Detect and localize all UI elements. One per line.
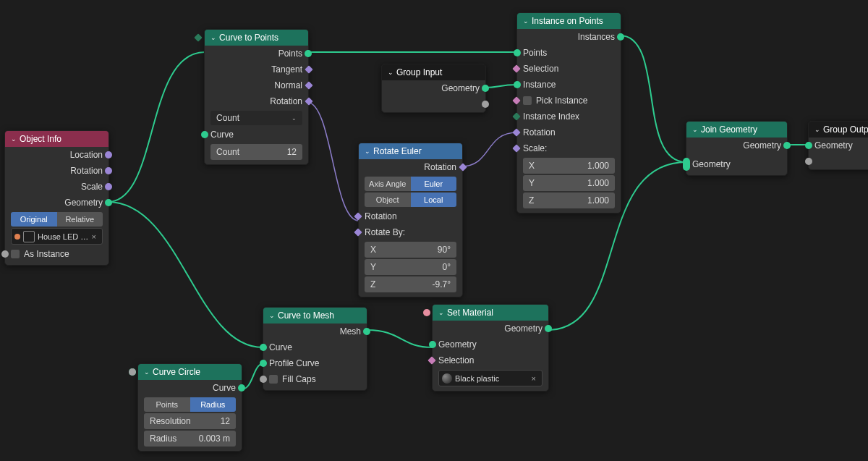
output-geometry[interactable]: Geometry bbox=[5, 195, 109, 211]
node-header[interactable]: ⌄Rotate Euler bbox=[359, 143, 462, 159]
output-rotation[interactable]: Rotation bbox=[205, 93, 308, 109]
chevron-down-icon: ⌄ bbox=[144, 368, 150, 376]
node-object-info[interactable]: ⌄Object Info Location Rotation Scale Geo… bbox=[4, 130, 109, 266]
output-geometry[interactable]: Geometry bbox=[382, 80, 485, 96]
node-header[interactable]: ⌄Join Geometry bbox=[686, 122, 787, 138]
node-group-output[interactable]: ⌄Group Outp Geometry bbox=[808, 121, 868, 170]
axis-angle-button[interactable]: Axis Angle bbox=[365, 177, 411, 191]
object-icon bbox=[23, 231, 35, 242]
object-space-button[interactable]: Object bbox=[365, 193, 411, 207]
node-title: Curve to Mesh bbox=[278, 310, 334, 321]
space-toggle[interactable]: Object Local bbox=[365, 193, 456, 207]
fill-caps-row[interactable]: Fill Caps bbox=[263, 371, 367, 387]
output-instances[interactable]: Instances bbox=[517, 29, 621, 45]
pick-instance-row[interactable]: Pick Instance bbox=[517, 93, 621, 109]
node-title: Set Material bbox=[447, 308, 493, 318]
node-header[interactable]: ⌄Curve to Mesh bbox=[263, 308, 367, 323]
node-title: Rotate Euler bbox=[373, 146, 422, 156]
scale-x-field[interactable]: X1.000 bbox=[523, 158, 615, 174]
node-curve-to-mesh[interactable]: ⌄Curve to Mesh Mesh Curve Profile Curve … bbox=[263, 307, 367, 391]
node-header[interactable]: ⌄Object Info bbox=[5, 131, 109, 147]
input-points[interactable]: Points bbox=[517, 45, 621, 61]
input-curve[interactable]: Curve bbox=[263, 339, 367, 355]
type-toggle[interactable]: Axis Angle Euler bbox=[365, 177, 456, 191]
pick-instance-checkbox[interactable] bbox=[523, 96, 532, 105]
node-title: Join Geometry bbox=[701, 124, 757, 135]
radius-mode-button[interactable]: Radius bbox=[190, 397, 237, 412]
node-header[interactable]: ⌄Curve Circle bbox=[138, 364, 242, 380]
input-instance-index[interactable]: Instance Index bbox=[517, 109, 621, 124]
output-normal[interactable]: Normal bbox=[205, 77, 308, 93]
mode-original-button[interactable]: Original bbox=[11, 212, 57, 227]
rotate-y-field[interactable]: Y0° bbox=[365, 259, 456, 275]
mode-toggle[interactable]: Points Radius bbox=[144, 397, 236, 412]
input-selection[interactable]: Selection bbox=[517, 61, 621, 77]
output-mesh[interactable]: Mesh bbox=[263, 323, 367, 339]
radius-field[interactable]: Radius0.003 m bbox=[144, 431, 236, 447]
chevron-down-icon: ⌄ bbox=[365, 148, 370, 155]
node-curve-circle[interactable]: ⌄Curve Circle Curve Points Radius Resolu… bbox=[137, 363, 242, 452]
output-rotation[interactable]: Rotation bbox=[359, 159, 462, 175]
output-curve[interactable]: Curve bbox=[138, 380, 242, 396]
points-mode-button[interactable]: Points bbox=[144, 397, 190, 412]
input-selection[interactable]: Selection bbox=[433, 352, 548, 368]
node-set-material[interactable]: ⌄Set Material Geometry Geometry Selectio… bbox=[432, 304, 549, 392]
rotate-z-field[interactable]: Z-9.7° bbox=[365, 276, 456, 292]
node-curve-to-points[interactable]: ⌄Curve to Points Points Tangent Normal R… bbox=[204, 29, 309, 165]
clear-material-icon[interactable]: × bbox=[529, 374, 539, 383]
rotate-by-label: Rotate By: bbox=[359, 224, 462, 240]
as-instance-row[interactable]: As Instance bbox=[5, 246, 109, 262]
scale-label: Scale: bbox=[517, 140, 621, 156]
chevron-down-icon: ⌄ bbox=[814, 126, 820, 133]
input-geometry[interactable]: Geometry bbox=[686, 153, 787, 175]
output-location[interactable]: Location bbox=[5, 147, 109, 163]
chevron-down-icon: ⌄ bbox=[692, 126, 698, 133]
node-title: Curve Circle bbox=[153, 367, 200, 377]
clear-object-icon[interactable]: × bbox=[89, 232, 99, 241]
node-rotate-euler[interactable]: ⌄Rotate Euler Rotation Axis Angle Euler … bbox=[358, 143, 463, 297]
output-blank[interactable] bbox=[382, 96, 485, 112]
transform-mode-toggle[interactable]: Original Relative bbox=[11, 212, 103, 227]
node-header[interactable]: ⌄Curve to Points bbox=[205, 30, 308, 46]
input-rotation[interactable]: Rotation bbox=[517, 124, 621, 140]
euler-button[interactable]: Euler bbox=[411, 177, 457, 191]
chevron-down-icon: ⌄ bbox=[269, 312, 275, 319]
as-instance-checkbox[interactable] bbox=[11, 250, 20, 258]
node-join-geometry[interactable]: ⌄Join Geometry Geometry Geometry bbox=[686, 121, 788, 176]
input-profile-curve[interactable]: Profile Curve bbox=[263, 355, 367, 371]
mode-relative-button[interactable]: Relative bbox=[57, 212, 103, 227]
input-geometry[interactable]: Geometry bbox=[433, 337, 548, 352]
node-header[interactable]: ⌄Set Material bbox=[433, 305, 548, 321]
output-geometry[interactable]: Geometry bbox=[686, 138, 787, 153]
input-instance[interactable]: Instance bbox=[517, 77, 621, 93]
input-blank[interactable] bbox=[809, 153, 868, 169]
object-dot-icon bbox=[14, 234, 20, 240]
mode-dropdown[interactable]: Count⌄ bbox=[210, 111, 302, 125]
input-geometry[interactable]: Geometry bbox=[809, 138, 868, 153]
scale-y-field[interactable]: Y1.000 bbox=[523, 175, 615, 191]
chevron-down-icon: ⌄ bbox=[11, 135, 17, 143]
node-group-input[interactable]: ⌄Group Input Geometry bbox=[381, 64, 486, 113]
node-header[interactable]: ⌄Group Outp bbox=[809, 122, 868, 138]
output-tangent[interactable]: Tangent bbox=[205, 62, 308, 77]
node-instance-on-points[interactable]: ⌄Instance on Points Instances Points Sel… bbox=[516, 12, 621, 213]
chevron-down-icon: ⌄ bbox=[210, 34, 216, 41]
fill-caps-checkbox[interactable] bbox=[269, 375, 278, 384]
local-space-button[interactable]: Local bbox=[411, 193, 457, 207]
material-icon bbox=[442, 373, 452, 384]
material-picker[interactable]: Black plastic× bbox=[438, 370, 542, 386]
count-field[interactable]: Count12 bbox=[210, 144, 302, 160]
output-rotation[interactable]: Rotation bbox=[5, 163, 109, 179]
node-header[interactable]: ⌄Instance on Points bbox=[517, 13, 621, 29]
output-scale[interactable]: Scale bbox=[5, 179, 109, 195]
resolution-field[interactable]: Resolution12 bbox=[144, 413, 236, 429]
node-title: Group Input bbox=[396, 67, 442, 77]
rotate-x-field[interactable]: X90° bbox=[365, 242, 456, 258]
output-points[interactable]: Points bbox=[205, 46, 308, 62]
output-geometry[interactable]: Geometry bbox=[433, 321, 548, 337]
input-rotation[interactable]: Rotation bbox=[359, 208, 462, 224]
scale-z-field[interactable]: Z1.000 bbox=[523, 193, 615, 208]
object-picker[interactable]: House LED …× bbox=[11, 228, 103, 245]
input-curve[interactable]: Curve bbox=[205, 127, 308, 143]
node-header[interactable]: ⌄Group Input bbox=[382, 64, 485, 80]
